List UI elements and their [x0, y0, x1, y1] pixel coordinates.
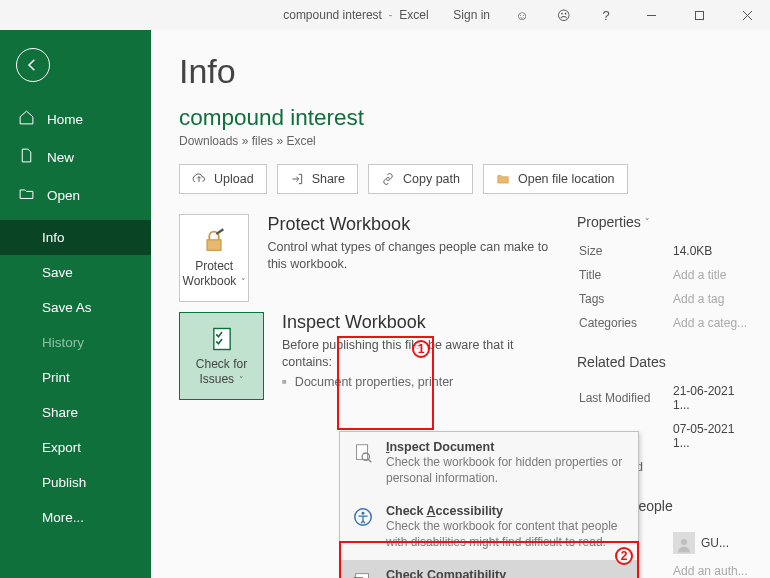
share-icon — [290, 172, 304, 186]
maximize-button[interactable] — [676, 0, 722, 30]
sidebar-label: Share — [42, 405, 78, 420]
svg-rect-4 — [207, 240, 221, 251]
tile-label: Check for — [196, 357, 247, 371]
annotation-box-1: 1 — [337, 336, 434, 430]
svg-point-12 — [362, 512, 365, 515]
folder-icon — [496, 172, 510, 186]
add-author-link[interactable]: Add an auth... — [673, 560, 750, 578]
sidebar-item-history: History — [0, 325, 151, 360]
sidebar-item-new[interactable]: New — [0, 138, 151, 176]
minimize-button[interactable] — [628, 0, 674, 30]
doc-name: compound interest — [283, 8, 382, 22]
prop-value: 14.0KB — [673, 240, 750, 262]
tile-label: Issues — [199, 372, 234, 386]
prop-value: 21-06-2021 1... — [673, 380, 750, 416]
chevron-down-icon: ˅ — [236, 375, 244, 385]
prop-value-placeholder[interactable]: Add a categ... — [673, 312, 750, 334]
author-person[interactable]: GU... — [673, 532, 750, 554]
chevron-down-icon: ˅ — [645, 217, 650, 227]
sidebar-item-save[interactable]: Save — [0, 255, 151, 290]
svg-point-6 — [681, 539, 687, 545]
lock-icon — [200, 227, 228, 255]
menu-item-title: Inspect Document — [386, 440, 628, 454]
new-icon — [18, 147, 35, 167]
prop-key: Tags — [579, 288, 671, 310]
sidebar-label: Export — [42, 440, 81, 455]
sidebar-label: Save As — [42, 300, 92, 315]
tile-label: Workbook — [183, 274, 237, 288]
feedback-frown-icon[interactable]: ☹ — [544, 0, 584, 30]
sidebar-label: History — [42, 335, 84, 350]
signin-link[interactable]: Sign in — [443, 8, 500, 22]
copypath-button[interactable]: Copy path — [368, 164, 473, 194]
button-label: Copy path — [403, 172, 460, 186]
sidebar-item-more[interactable]: More... — [0, 500, 151, 535]
sidebar-label: More... — [42, 510, 84, 525]
inspect-title: Inspect Workbook — [282, 312, 557, 333]
annotation-number: 2 — [615, 547, 633, 565]
link-icon — [381, 172, 395, 186]
chevron-down-icon: ˅ — [238, 277, 246, 287]
title-sep: - — [385, 8, 399, 22]
menu-item-inspect-document[interactable]: Inspect Document Check the workbook for … — [340, 432, 638, 496]
sidebar-label: New — [47, 150, 74, 165]
home-icon — [18, 109, 35, 129]
sidebar-item-export[interactable]: Export — [0, 430, 151, 465]
upload-button[interactable]: Upload — [179, 164, 267, 194]
sidebar-label: Publish — [42, 475, 86, 490]
prop-key: Title — [579, 264, 671, 286]
sidebar-item-saveas[interactable]: Save As — [0, 290, 151, 325]
action-buttons: Upload Share Copy path Open file locatio… — [179, 164, 770, 194]
sidebar-item-home[interactable]: Home — [0, 100, 151, 138]
related-dates-heading: Related Dates — [577, 354, 752, 370]
protect-title: Protect Workbook — [267, 214, 557, 235]
main-panel: Info compound interest Downloads » files… — [151, 30, 770, 578]
svg-line-10 — [369, 459, 372, 462]
tile-label: Protect — [195, 259, 233, 273]
menu-item-title: Check Accessibility — [386, 504, 628, 518]
upload-icon — [192, 172, 206, 186]
help-icon[interactable]: ? — [586, 0, 626, 30]
svg-rect-1 — [695, 11, 703, 19]
open-icon — [18, 185, 35, 205]
author-cell: GU... — [673, 524, 750, 558]
prop-key: Size — [579, 240, 671, 262]
openlocation-button[interactable]: Open file location — [483, 164, 628, 194]
button-label: Share — [312, 172, 345, 186]
protect-workbook-tile[interactable]: ProtectWorkbook ˅ — [179, 214, 249, 302]
backstage-sidebar: Home New Open Info Save Save As History … — [0, 30, 151, 578]
breadcrumb: Downloads » files » Excel — [179, 134, 770, 148]
properties-heading[interactable]: Properties˅ — [577, 214, 752, 230]
feedback-smile-icon[interactable]: ☺ — [502, 0, 542, 30]
back-button[interactable] — [16, 48, 50, 82]
close-button[interactable] — [724, 0, 770, 30]
avatar-icon — [673, 532, 695, 554]
sidebar-label: Open — [47, 188, 80, 203]
sidebar-item-info[interactable]: Info — [0, 220, 151, 255]
sidebar-item-publish[interactable]: Publish — [0, 465, 151, 500]
window-title: compound interest - Excel — [283, 8, 428, 22]
checklist-icon — [208, 325, 236, 353]
author-name: GU... — [701, 536, 729, 550]
sidebar-item-open[interactable]: Open — [0, 176, 151, 214]
prop-key: Categories — [579, 312, 671, 334]
sidebar-label: Print — [42, 370, 70, 385]
page-title: Info — [179, 52, 770, 91]
button-label: Open file location — [518, 172, 615, 186]
document-name: compound interest — [179, 105, 770, 131]
prop-key: Last Modified — [579, 380, 671, 416]
document-search-icon — [350, 440, 376, 486]
prop-value-placeholder[interactable]: Add a tag — [673, 288, 750, 310]
protect-block: ProtectWorkbook ˅ Protect Workbook Contr… — [179, 214, 557, 302]
titlebar: compound interest - Excel Sign in ☺ ☹ ? — [0, 0, 770, 30]
check-for-issues-tile[interactable]: Check forIssues ˅ — [179, 312, 264, 400]
prop-value-placeholder[interactable]: Add a title — [673, 264, 750, 286]
sidebar-item-share[interactable]: Share — [0, 395, 151, 430]
share-button[interactable]: Share — [277, 164, 358, 194]
sidebar-label: Info — [42, 230, 65, 245]
app-name: Excel — [399, 8, 428, 22]
menu-item-desc: Check the workbook for hidden properties… — [386, 455, 628, 486]
sidebar-item-print[interactable]: Print — [0, 360, 151, 395]
prop-value: 07-05-2021 1... — [673, 418, 750, 454]
sidebar-label: Save — [42, 265, 73, 280]
